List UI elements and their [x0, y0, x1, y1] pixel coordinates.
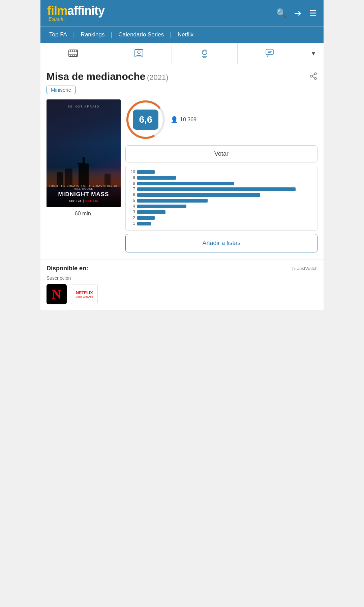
justwatch-link[interactable]: ▷ JustWatch — [293, 266, 317, 271]
search-icon[interactable]: 🔍 — [276, 8, 287, 19]
hist-row: 7 — [130, 187, 313, 191]
svg-point-17 — [314, 73, 316, 75]
logo: filmaffinity — [47, 5, 104, 17]
hist-label: 3 — [130, 210, 135, 214]
tab-more[interactable]: ▾ — [303, 43, 324, 64]
title-row: Misa de medianoche (2021) — [47, 71, 317, 82]
netflix-basic-logo[interactable]: NETFLIX Basic with Ads — [71, 284, 98, 304]
poster-netflix: NETFLIX — [85, 199, 98, 203]
hist-label: 9 — [130, 175, 135, 180]
svg-line-21 — [312, 74, 315, 76]
hist-bar — [137, 216, 155, 220]
vote-count-wrap: 👤 10.369 — [171, 116, 196, 123]
badge-miniserie[interactable]: Miniserie — [47, 86, 75, 94]
hist-bar-wrap — [137, 182, 313, 185]
hist-row: 10 — [130, 170, 313, 174]
hist-row: 5 — [130, 198, 313, 203]
svg-rect-1 — [69, 52, 78, 52]
hist-row: 8 — [130, 181, 313, 186]
hist-bar — [137, 187, 296, 191]
svg-point-18 — [310, 75, 312, 77]
svg-rect-9 — [74, 55, 75, 57]
nav-item-netflix[interactable]: Netflix — [172, 27, 199, 43]
poster-subtitle: SEPT 24 | NETFLIX — [47, 199, 121, 203]
menu-icon[interactable]: ☰ — [309, 8, 317, 19]
hist-row: 4 — [130, 204, 313, 209]
netflix-basic-top: NETFLIX — [76, 290, 93, 295]
nav-item-rankings[interactable]: Rankings — [75, 27, 110, 43]
add-list-button[interactable]: Añadir a listas — [125, 234, 317, 252]
svg-rect-5 — [74, 50, 75, 52]
poster-be-not-afraid: BE NOT AFRAID — [47, 105, 121, 108]
tab-film[interactable] — [40, 43, 106, 64]
share-icon[interactable] — [309, 71, 317, 82]
duration-text: 60 min. — [75, 211, 92, 217]
votar-button[interactable]: Votar — [125, 145, 317, 162]
tabs-row: ▾ — [40, 43, 324, 64]
svg-rect-4 — [72, 50, 73, 52]
nav-item-calendario[interactable]: Calendario Series — [113, 27, 169, 43]
movie-title: Misa de medianoche — [47, 71, 145, 82]
hist-bar-wrap — [137, 199, 313, 203]
poster-top-text: FROM THE CREATOR OF THE HAUNTING OF HILL… — [47, 184, 121, 190]
svg-point-13 — [202, 50, 207, 55]
header-icons: 🔍 ➔ ☰ — [276, 8, 317, 19]
hist-bar-wrap — [137, 210, 313, 214]
hist-label: 6 — [130, 192, 135, 197]
disponible-header: Disponible en: ▷ JustWatch — [47, 265, 317, 272]
svg-rect-3 — [70, 50, 71, 52]
score-ring-wrap: 6,6 👤 10.369 — [125, 99, 317, 140]
login-icon[interactable]: ➔ — [294, 8, 302, 19]
hist-row: 3 — [130, 210, 313, 214]
movie-poster[interactable]: BE NOT AFRAID FROM THE CREATOR OF THE HA… — [47, 99, 121, 207]
tab-comments[interactable] — [238, 43, 303, 64]
hist-bar — [137, 205, 186, 208]
hist-label: 4 — [130, 204, 135, 209]
logo-wrap[interactable]: filmaffinity España — [47, 5, 104, 22]
histogram: 10987654321 — [125, 166, 317, 231]
svg-rect-7 — [70, 55, 71, 57]
poster-text-wrap: FROM THE CREATOR OF THE HAUNTING OF HILL… — [47, 184, 121, 207]
logo-film: film — [47, 4, 67, 18]
user-icon: 👤 — [171, 116, 178, 123]
media-row: BE NOT AFRAID FROM THE CREATOR OF THE HA… — [47, 99, 317, 252]
hist-bar-wrap — [137, 187, 313, 191]
svg-rect-14 — [266, 49, 273, 55]
movie-title-wrap: Misa de medianoche (2021) — [47, 71, 168, 82]
svg-point-19 — [314, 78, 316, 80]
score-ring: 6,6 — [125, 99, 166, 140]
svg-point-12 — [138, 51, 140, 54]
hist-bar — [137, 210, 165, 214]
hist-bar — [137, 176, 176, 180]
netflix-logo[interactable]: N — [47, 284, 67, 304]
svg-rect-6 — [76, 50, 77, 52]
netflix-n-letter: N — [52, 287, 61, 302]
hist-label: 7 — [130, 187, 135, 191]
movie-year: (2021) — [147, 73, 169, 82]
nav-divider-3: | — [169, 31, 172, 38]
suscripcion-label: Suscripción — [47, 275, 317, 281]
hist-label: 2 — [130, 215, 135, 220]
tab-cast[interactable] — [106, 43, 172, 64]
chevron-down-icon: ▾ — [312, 49, 315, 57]
hist-bar — [137, 222, 151, 225]
disponible-section: Disponible en: ▷ JustWatch Suscripción N… — [40, 259, 324, 310]
disponible-title: Disponible en: — [47, 265, 88, 272]
hist-bar — [137, 170, 155, 174]
hist-row: 9 — [130, 175, 313, 180]
nav-divider-1: | — [72, 31, 75, 38]
hist-row: 1 — [130, 221, 313, 226]
tab-critics[interactable] — [172, 43, 238, 64]
hist-row: 6 — [130, 192, 313, 197]
header: filmaffinity España 🔍 ➔ ☰ — [40, 0, 324, 26]
hist-bar-wrap — [137, 170, 313, 174]
hist-label: 5 — [130, 198, 135, 203]
nav-item-topfa[interactable]: Top FA — [44, 27, 72, 43]
score-badge: 6,6 — [133, 110, 158, 130]
hist-bar — [137, 199, 208, 203]
hist-bar-wrap — [137, 222, 313, 225]
logo-affinity: affinity — [67, 4, 104, 18]
hist-bar — [137, 193, 260, 197]
hist-bar-wrap — [137, 176, 313, 180]
hist-bar-wrap — [137, 216, 313, 220]
